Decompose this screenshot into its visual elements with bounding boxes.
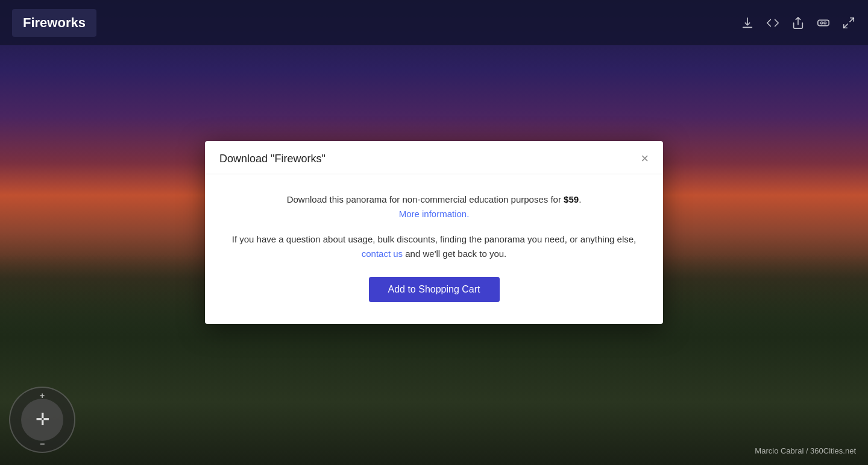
modal-question: If you have a question about usage, bulk… <box>229 232 639 261</box>
modal-body: Download this panorama for non-commercia… <box>205 174 663 324</box>
modal-close-button[interactable]: × <box>641 152 649 165</box>
modal-title: Download "Fireworks" <box>219 153 326 165</box>
modal-overlay: Download "Fireworks" × Download this pan… <box>0 0 868 465</box>
modal-description: Download this panorama for non-commercia… <box>229 192 639 221</box>
more-info-link[interactable]: More information. <box>399 209 470 219</box>
add-to-cart-button[interactable]: Add to Shopping Cart <box>369 277 500 302</box>
contact-link[interactable]: contact us <box>362 248 403 259</box>
modal-header: Download "Fireworks" × <box>205 141 663 174</box>
price-text: $59 <box>564 194 579 204</box>
description-text-2: . <box>579 194 581 204</box>
contact-suffix: and we'll get back to you. <box>403 248 506 259</box>
download-modal: Download "Fireworks" × Download this pan… <box>205 141 663 324</box>
question-text: If you have a question about usage, bulk… <box>232 234 636 244</box>
description-text-1: Download this panorama for non-commercia… <box>287 194 564 204</box>
